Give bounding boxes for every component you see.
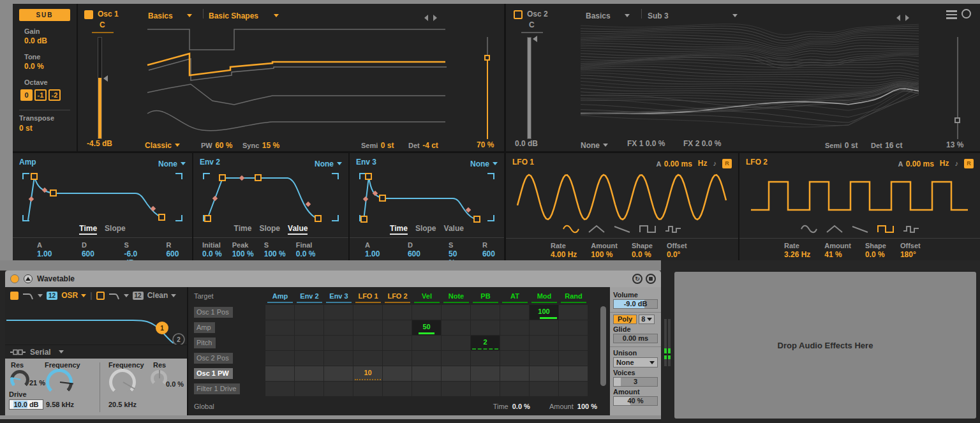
- osc1-det-value[interactable]: -4 ct: [422, 141, 438, 150]
- gain-value[interactable]: 0.0 dB: [24, 36, 70, 45]
- osc2-position-slider[interactable]: [957, 37, 958, 139]
- filter1-type-caret[interactable]: [38, 294, 43, 297]
- matrix-cell[interactable]: [442, 305, 470, 320]
- drive-value-box[interactable]: 10.0 dB: [9, 399, 43, 410]
- osc2-position-handle[interactable]: [954, 117, 960, 123]
- save-preset-icon[interactable]: [646, 274, 656, 284]
- matrix-cell[interactable]: [530, 382, 558, 396]
- matrix-cell[interactable]: [383, 336, 412, 350]
- lfo1-shape-saw-icon[interactable]: [614, 225, 630, 234]
- matrix-cell[interactable]: [412, 305, 441, 320]
- matrix-cell[interactable]: [442, 351, 470, 366]
- octave-minus2-button[interactable]: -2: [48, 89, 61, 101]
- matrix-row-label[interactable]: Osc 1 Pos: [194, 305, 265, 320]
- lfo2-retrigger-button[interactable]: R: [964, 159, 974, 168]
- matrix-cell[interactable]: [295, 366, 323, 381]
- matrix-cell[interactable]: [559, 320, 588, 335]
- unison-dropdown[interactable]: None: [613, 357, 658, 367]
- lfo1-waveform-display[interactable]: [514, 170, 731, 223]
- matrix-cell[interactable]: [295, 336, 323, 350]
- lfo1-shape-value[interactable]: 0.0 %: [632, 250, 653, 259]
- osc1-position-handle[interactable]: [484, 55, 490, 61]
- filter2-slope-chip[interactable]: 12: [133, 292, 144, 300]
- lfo1-shape-square-icon[interactable]: [639, 225, 656, 234]
- matrix-row-label[interactable]: Filter 1 Drive: [194, 382, 265, 396]
- matrix-cell[interactable]: 2: [471, 336, 500, 350]
- env3-display[interactable]: [356, 170, 498, 224]
- osc1-on-toggle[interactable]: [84, 10, 93, 19]
- voices-box[interactable]: 3: [613, 377, 658, 387]
- freq1-value[interactable]: 9.58 kHz: [46, 401, 74, 408]
- matrix-cell[interactable]: [412, 351, 441, 366]
- matrix-cell[interactable]: [412, 382, 441, 396]
- matrix-cell[interactable]: [530, 351, 558, 366]
- env2-modsource-dropdown[interactable]: None: [315, 158, 342, 169]
- matrix-cell[interactable]: [471, 366, 500, 381]
- env3-tab-slope[interactable]: Slope: [415, 224, 436, 233]
- matrix-cell[interactable]: [500, 351, 529, 366]
- osc2-mode-dropdown[interactable]: None: [581, 139, 608, 151]
- env2-tab-time[interactable]: Time: [234, 224, 252, 233]
- matrix-cell[interactable]: [471, 382, 500, 396]
- lfo2-amount-value[interactable]: 41 %: [824, 250, 851, 259]
- lfo2-shape-saw-icon[interactable]: [852, 225, 868, 234]
- matrix-cell[interactable]: [471, 351, 500, 366]
- filter2-circuit-dropdown[interactable]: Clean: [147, 291, 177, 300]
- osc1-level-slider[interactable]: [98, 37, 102, 139]
- matrix-cell[interactable]: [500, 366, 529, 381]
- osc1-pw-value[interactable]: 60 %: [215, 141, 232, 150]
- osc1-category-dropdown[interactable]: Basics: [148, 10, 192, 21]
- osc2-wavetable-display[interactable]: [581, 22, 919, 135]
- matrix-cell[interactable]: [442, 336, 470, 350]
- lfo1-attack-value[interactable]: 0.00 ms: [664, 160, 692, 168]
- glide-box[interactable]: 0.00 ms: [613, 334, 658, 343]
- env3-tab-value[interactable]: Value: [444, 224, 464, 233]
- matrix-cell[interactable]: [265, 382, 294, 396]
- lfo2-offset-value[interactable]: 180°: [900, 250, 921, 259]
- matrix-row-label[interactable]: Osc 2 Pos: [194, 351, 265, 366]
- lfo1-amount-value[interactable]: 100 %: [591, 250, 618, 259]
- osc2-semi-value[interactable]: 0 st: [845, 141, 858, 150]
- matrix-cell[interactable]: [383, 366, 412, 381]
- matrix-cell[interactable]: [295, 382, 323, 396]
- osc2-wavetable-dropdown[interactable]: Sub 3: [648, 10, 738, 21]
- matrix-cell[interactable]: [530, 366, 558, 381]
- lfo1-retrigger-button[interactable]: R: [722, 159, 732, 168]
- matrix-column-header[interactable]: Env 2: [295, 290, 324, 303]
- matrix-cell[interactable]: [324, 382, 353, 396]
- osc2-fx1-value[interactable]: FX 1 0.0 %: [627, 139, 665, 148]
- osc2-position-value[interactable]: 13 %: [946, 140, 963, 149]
- matrix-cell[interactable]: [471, 320, 500, 335]
- transpose-value[interactable]: 0 st: [19, 124, 70, 133]
- res2-value[interactable]: 0.0 %: [166, 380, 184, 388]
- lfo1-shape-sine-icon[interactable]: [563, 225, 579, 234]
- unison-amount-box[interactable]: 40 %: [613, 396, 658, 406]
- matrix-cell[interactable]: [353, 382, 382, 396]
- poly-voices-dropdown[interactable]: 8: [639, 315, 655, 324]
- octave-minus1-button[interactable]: -1: [34, 89, 47, 101]
- osc2-note[interactable]: C: [529, 20, 535, 29]
- matrix-cell[interactable]: [383, 305, 412, 320]
- matrix-cell[interactable]: [324, 305, 353, 320]
- poly-mode-button[interactable]: Poly: [613, 315, 637, 324]
- matrix-scrollbar[interactable]: [600, 306, 606, 386]
- matrix-column-header[interactable]: PB: [471, 290, 500, 303]
- env3-modsource-dropdown[interactable]: None: [470, 158, 498, 169]
- audio-effects-drop-zone[interactable]: Drop Audio Effects Here: [674, 272, 976, 419]
- lfo2-rate-unit-toggle[interactable]: Hz: [940, 159, 949, 168]
- matrix-cell[interactable]: [559, 366, 588, 381]
- matrix-cell[interactable]: [442, 320, 470, 335]
- res1-value[interactable]: 21 %: [29, 379, 45, 387]
- matrix-cell[interactable]: [353, 320, 382, 335]
- lfo2-rate-value[interactable]: 3.26 Hz: [784, 250, 810, 259]
- matrix-column-header[interactable]: Mod: [530, 290, 559, 303]
- matrix-cell[interactable]: [442, 366, 470, 381]
- res2-knob[interactable]: [151, 370, 167, 387]
- amp-envelope-display[interactable]: [19, 170, 186, 224]
- matrix-row-label[interactable]: Pitch: [194, 336, 265, 350]
- osc2-category-dropdown[interactable]: Basics: [586, 10, 630, 21]
- matrix-cell[interactable]: [559, 336, 588, 350]
- lfo1-offset-value[interactable]: 0.0°: [667, 250, 687, 259]
- lfo2-shape-value[interactable]: 0.0 %: [865, 250, 886, 259]
- osc1-waveform-display[interactable]: [145, 20, 448, 135]
